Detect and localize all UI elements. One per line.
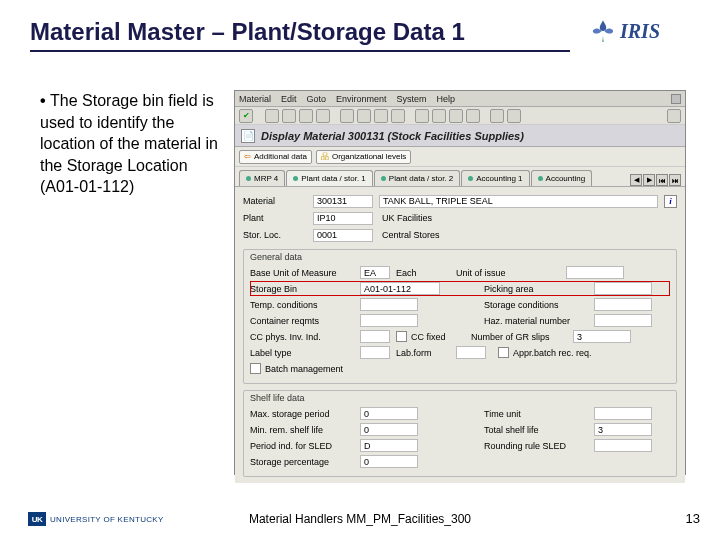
storage-bin-field[interactable]: A01-01-112: [360, 282, 440, 295]
toolbar-btn[interactable]: [466, 109, 480, 123]
uk-logo: UK UNIVERSITY OF KENTUCKY: [28, 512, 164, 526]
row-storage-bin: Storage Bin A01-01-112 Picking area: [250, 281, 670, 296]
tab-first-icon[interactable]: ⏮: [656, 174, 668, 186]
max-storage-field[interactable]: 0: [360, 407, 418, 420]
toolbar-btn[interactable]: [391, 109, 405, 123]
row-base-uom: Base Unit of Measure EA Each Unit of iss…: [250, 265, 670, 280]
picking-area-field[interactable]: [594, 282, 652, 295]
toolbar-btn[interactable]: [265, 109, 279, 123]
toolbar-btn[interactable]: [415, 109, 429, 123]
tab-active-icon: [468, 176, 473, 181]
toolbar-btn[interactable]: [449, 109, 463, 123]
temp-cond-field[interactable]: [360, 298, 418, 311]
tab-accounting-1[interactable]: Accounting 1: [461, 170, 529, 186]
sap-window-title: Display Material 300131 (Stock Facilitie…: [261, 130, 524, 142]
sap-body: Material 300131 TANK BALL, TRIPLE SEAL i…: [235, 187, 685, 483]
lab-form-field[interactable]: [456, 346, 486, 359]
menu-help[interactable]: Help: [437, 94, 456, 104]
document-icon: 📄: [241, 129, 255, 143]
menu-edit[interactable]: Edit: [281, 94, 297, 104]
tab-mrp4[interactable]: MRP 4: [239, 170, 285, 186]
gr-slips-field[interactable]: 3: [573, 330, 631, 343]
slide-footer: UK UNIVERSITY OF KENTUCKY Material Handl…: [0, 510, 720, 532]
min-shelf-field[interactable]: 0: [360, 423, 418, 436]
menubar-right-icons: [671, 94, 681, 104]
uk-logo-text: UNIVERSITY OF KENTUCKY: [50, 515, 164, 524]
batch-mgmt-checkbox[interactable]: [250, 363, 261, 374]
base-uom-field[interactable]: EA: [360, 266, 390, 279]
storloc-field[interactable]: 0001: [313, 229, 373, 242]
toolbar-btn[interactable]: [357, 109, 371, 123]
row-min-shelf: Min. rem. shelf life 0 Total shelf life …: [250, 422, 670, 437]
toolbar-btn[interactable]: [299, 109, 313, 123]
bullet-text: The Storage bin field is used to identif…: [40, 90, 220, 198]
toolbar-btn[interactable]: [432, 109, 446, 123]
menu-material[interactable]: Material: [239, 94, 271, 104]
cc-phys-field[interactable]: [360, 330, 390, 343]
tab-active-icon: [381, 176, 386, 181]
group-shelf-life: Shelf life data Max. storage period 0 Ti…: [243, 390, 677, 477]
iris-flower-icon: [590, 18, 616, 44]
period-sled-field[interactable]: D: [360, 439, 418, 452]
tab-active-icon: [246, 176, 251, 181]
sap-logo-icon: [671, 94, 681, 104]
row-label-type: Label type Lab.form Appr.batch rec. req.: [250, 345, 670, 360]
tab-last-icon[interactable]: ⏭: [669, 174, 681, 186]
group-title: General data: [250, 252, 670, 262]
row-period-sled: Period ind. for SLED D Rounding rule SLE…: [250, 438, 670, 453]
tab-accounting[interactable]: Accounting: [531, 170, 593, 186]
toolbar-btn[interactable]: [340, 109, 354, 123]
iris-logo-text: IRIS: [620, 20, 660, 43]
tab-prev-icon[interactable]: ◀: [630, 174, 642, 186]
header-row-plant: Plant IP10 UK Facilities: [243, 210, 677, 226]
tab-plant-stor-2[interactable]: Plant data / stor. 2: [374, 170, 460, 186]
tab-next-icon[interactable]: ▶: [643, 174, 655, 186]
menu-environment[interactable]: Environment: [336, 94, 387, 104]
info-icon[interactable]: i: [664, 195, 677, 208]
org-levels-button[interactable]: 品 Organizational levels: [316, 150, 411, 164]
row-cc-phys: CC phys. Inv. Ind. CC fixed Number of GR…: [250, 329, 670, 344]
sap-tabstrip: MRP 4 Plant data / stor. 1 Plant data / …: [235, 167, 685, 187]
menu-system[interactable]: System: [397, 94, 427, 104]
rounding-sled-field[interactable]: [594, 439, 652, 452]
page-number: 13: [686, 511, 700, 526]
storage-pct-field[interactable]: 0: [360, 455, 418, 468]
row-storage-pct: Storage percentage 0: [250, 454, 670, 469]
storage-cond-field[interactable]: [594, 298, 652, 311]
storloc-desc: Central Stores: [379, 229, 677, 242]
material-desc: TANK BALL, TRIPLE SEAL: [379, 195, 658, 208]
toolbar-check-icon[interactable]: ✔: [239, 109, 253, 123]
toolbar-btn[interactable]: [316, 109, 330, 123]
toolbar-btn[interactable]: [667, 109, 681, 123]
header-row-material: Material 300131 TANK BALL, TRIPLE SEAL i: [243, 193, 677, 209]
appr-batch-checkbox[interactable]: [498, 347, 509, 358]
sap-standard-toolbar: ✔: [235, 107, 685, 125]
hazmat-field[interactable]: [594, 314, 652, 327]
total-shelf-field[interactable]: 3: [594, 423, 652, 436]
cc-fixed-checkbox[interactable]: [396, 331, 407, 342]
menu-goto[interactable]: Goto: [307, 94, 327, 104]
plant-field[interactable]: IP10: [313, 212, 373, 225]
label-type-field[interactable]: [360, 346, 390, 359]
additional-data-button[interactable]: ⇦ Additional data: [239, 150, 312, 164]
unit-issue-field[interactable]: [566, 266, 624, 279]
time-unit-field[interactable]: [594, 407, 652, 420]
tab-active-icon: [538, 176, 543, 181]
label-material: Material: [243, 196, 313, 206]
toolbar-btn[interactable]: [374, 109, 388, 123]
sap-app-toolbar: ⇦ Additional data 品 Organizational level…: [235, 147, 685, 167]
hierarchy-icon: 品: [321, 151, 329, 162]
sap-window: Material Edit Goto Environment System He…: [234, 90, 686, 475]
toolbar-btn[interactable]: [507, 109, 521, 123]
group-general-data: General data Base Unit of Measure EA Eac…: [243, 249, 677, 384]
container-field[interactable]: [360, 314, 418, 327]
tab-nav: ◀ ▶ ⏮ ⏭: [630, 174, 681, 186]
footer-text: Material Handlers MM_PM_Facilities_300: [249, 512, 471, 526]
tab-plant-stor-1[interactable]: Plant data / stor. 1: [286, 170, 372, 186]
material-field[interactable]: 300131: [313, 195, 373, 208]
toolbar-btn[interactable]: [282, 109, 296, 123]
row-batch-mgmt: Batch management: [250, 361, 670, 376]
iris-logo: IRIS: [590, 14, 690, 48]
toolbar-btn[interactable]: [490, 109, 504, 123]
plant-desc: UK Facilities: [379, 212, 677, 225]
